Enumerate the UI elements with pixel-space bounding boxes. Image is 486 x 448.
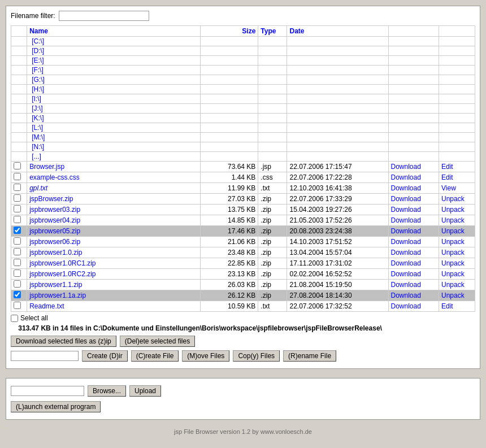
file-action1[interactable]: Download [388, 247, 439, 258]
file-checkbox-cell[interactable] [11, 226, 27, 237]
drive-link[interactable]: [G:\] [32, 76, 45, 84]
file-action1[interactable]: Download [388, 162, 439, 172]
drive-name[interactable]: [J:\] [27, 104, 201, 114]
download-link[interactable]: Download [391, 249, 421, 256]
action2-link[interactable]: Unpack [441, 281, 465, 289]
file-action2[interactable]: Unpack [439, 205, 475, 215]
drive-link[interactable]: [...] [32, 153, 41, 160]
file-action1[interactable]: Download [388, 237, 439, 247]
launch-button[interactable]: (L)aunch external program [11, 401, 101, 412]
file-action2[interactable]: Unpack [439, 290, 475, 301]
upload-button[interactable]: Upload [129, 385, 161, 397]
action2-link[interactable]: Edit [441, 302, 453, 310]
file-action1[interactable]: Download [388, 226, 439, 237]
download-link[interactable]: Download [391, 281, 421, 289]
file-action1[interactable]: Download [388, 258, 439, 269]
drive-link[interactable]: [H:\] [32, 85, 44, 93]
file-action1[interactable]: Download [388, 215, 439, 226]
action2-link[interactable]: Unpack [441, 259, 465, 267]
file-link[interactable]: jspbrowser05.zip [29, 227, 80, 235]
file-checkbox[interactable] [14, 184, 21, 191]
action2-link[interactable]: Unpack [441, 249, 465, 256]
browse-button[interactable]: Browse... [88, 385, 126, 397]
file-checkbox[interactable] [14, 227, 21, 234]
file-action2[interactable]: Edit [439, 301, 475, 312]
copy-files-button[interactable]: Cop(y) Files [233, 350, 280, 362]
download-link[interactable]: Download [391, 292, 421, 299]
action2-link[interactable]: Edit [441, 163, 453, 171]
file-link[interactable]: jspbrowser1.0RC2.zip [29, 270, 96, 278]
file-action2[interactable]: Unpack [439, 215, 475, 226]
file-action1[interactable]: Download [388, 290, 439, 301]
download-link[interactable]: Download [391, 195, 421, 203]
file-checkbox-cell[interactable] [11, 237, 27, 247]
download-link[interactable]: Download [391, 259, 421, 267]
file-link[interactable]: jspBrowser.zip [29, 195, 73, 203]
drive-name[interactable]: [H:\] [27, 85, 201, 94]
file-action2[interactable]: Unpack [439, 258, 475, 269]
drive-name[interactable]: [F:\] [27, 66, 201, 75]
file-action1[interactable]: Download [388, 183, 439, 194]
download-link[interactable]: Download [391, 184, 421, 192]
drive-link[interactable]: [N:\] [32, 143, 44, 151]
file-checkbox[interactable] [14, 216, 21, 223]
file-checkbox-cell[interactable] [11, 162, 27, 172]
file-action2[interactable]: View [439, 183, 475, 194]
action2-link[interactable]: View [441, 184, 456, 192]
file-action2[interactable]: Unpack [439, 280, 475, 290]
download-link[interactable]: Download [391, 227, 421, 235]
file-checkbox-cell[interactable] [11, 247, 27, 258]
action2-link[interactable]: Unpack [441, 206, 465, 214]
drive-name[interactable]: [C:\] [27, 37, 201, 46]
download-link[interactable]: Download [391, 302, 421, 310]
download-zip-button[interactable]: Download selected files as (z)ip [11, 336, 116, 347]
drive-link[interactable]: [M:\] [32, 133, 45, 141]
file-checkbox[interactable] [14, 302, 21, 309]
file-action1[interactable]: Download [388, 194, 439, 205]
file-link[interactable]: jspbrowser04.zip [29, 216, 80, 224]
file-checkbox[interactable] [14, 248, 21, 255]
drive-name[interactable]: [...] [27, 152, 201, 162]
drive-name[interactable]: [L:\] [27, 123, 201, 133]
action2-link[interactable]: Unpack [441, 216, 465, 224]
action2-link[interactable]: Unpack [441, 195, 465, 203]
file-action2[interactable]: Unpack [439, 269, 475, 280]
drive-name[interactable]: [K:\] [27, 114, 201, 123]
create-dir-button[interactable]: Create (D)ir [82, 350, 128, 362]
drive-link[interactable]: [E:\] [32, 56, 44, 64]
action2-link[interactable]: Edit [441, 173, 453, 181]
file-action1[interactable]: Download [388, 301, 439, 312]
download-link[interactable]: Download [391, 270, 421, 278]
upload-file-input[interactable] [11, 386, 84, 396]
download-link[interactable]: Download [391, 173, 421, 181]
action2-link[interactable]: Unpack [441, 270, 465, 278]
drive-link[interactable]: [F:\] [32, 66, 44, 74]
select-all-checkbox[interactable] [11, 315, 18, 322]
file-action2[interactable]: Unpack [439, 194, 475, 205]
drive-link[interactable]: [K:\] [32, 114, 44, 122]
file-checkbox[interactable] [14, 205, 21, 212]
drive-name[interactable]: [M:\] [27, 133, 201, 142]
file-link[interactable]: jspbrowser1.1.zip [29, 281, 82, 289]
download-link[interactable]: Download [391, 206, 421, 214]
dir-input[interactable] [11, 351, 79, 361]
file-action1[interactable]: Download [388, 269, 439, 280]
file-action2[interactable]: Edit [439, 162, 475, 172]
rename-file-button[interactable]: (R)ename File [283, 350, 336, 362]
file-checkbox[interactable] [14, 259, 21, 266]
file-checkbox-cell[interactable] [11, 183, 27, 194]
file-checkbox[interactable] [14, 162, 21, 169]
file-link[interactable]: jspbrowser06.zip [29, 238, 80, 246]
create-file-button[interactable]: (C)reate File [131, 350, 179, 362]
file-checkbox-cell[interactable] [11, 290, 27, 301]
file-checkbox[interactable] [14, 194, 21, 202]
drive-name[interactable]: [N:\] [27, 142, 201, 152]
download-link[interactable]: Download [391, 238, 421, 246]
filter-input[interactable] [59, 11, 149, 21]
drive-link[interactable]: [I:\] [32, 95, 41, 103]
drive-name[interactable]: [D:\] [27, 46, 201, 56]
drive-name[interactable]: [E:\] [27, 56, 201, 66]
file-action2[interactable]: Unpack [439, 247, 475, 258]
file-link[interactable]: jspbrowser03.zip [29, 206, 80, 214]
file-checkbox-cell[interactable] [11, 301, 27, 312]
